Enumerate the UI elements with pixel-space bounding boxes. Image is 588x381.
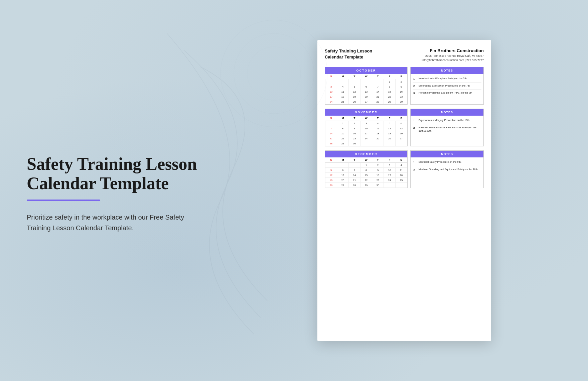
left-panel: Safety Training Lesson Calendar Template… <box>0 128 227 253</box>
right-panel: Safety Training Lesson Calendar Template… <box>227 30 588 351</box>
note-row: 2 Machine Guarding and Equipment Safety … <box>413 166 481 173</box>
note-row: 1 Introduction to Workplace Safety on th… <box>413 75 481 83</box>
november-notes: NOTES 1 Ergonomics and Injury Prevention… <box>410 109 484 146</box>
company-info: Fin Brothers Construction 2106 Tennessee… <box>422 48 484 62</box>
november-notes-body: 1 Ergonomics and Injury Prevention on th… <box>411 116 483 136</box>
december-calendar: DECEMBER SMTWTFS 1234 567891011 12131415… <box>325 150 408 188</box>
title-divider <box>27 200 100 201</box>
october-section: OCTOBER SMTWTFS 12 3456789 1011121314151… <box>325 67 484 105</box>
note-row: 3 Personal Protective Equipment (PPE) on… <box>413 90 481 97</box>
october-calendar: OCTOBER SMTWTFS 12 3456789 1011121314151… <box>325 67 408 105</box>
company-name: Fin Brothers Construction <box>422 48 484 54</box>
document-header: Safety Training Lesson Calendar Template… <box>325 48 484 62</box>
october-notes-header: NOTES <box>411 67 483 74</box>
december-notes-header: NOTES <box>411 151 483 157</box>
note-row: 1 Ergonomics and Injury Prevention on th… <box>413 117 481 124</box>
november-calendar: NOVEMBER SMTWTFS 123456 78910111213 1415… <box>325 109 408 146</box>
document: Safety Training Lesson Calendar Template… <box>317 40 491 341</box>
note-row: 1 Electrical Safety Procedure on the 9th… <box>413 159 481 166</box>
october-notes: NOTES 1 Introduction to Workplace Safety… <box>410 67 484 105</box>
october-notes-body: 1 Introduction to Workplace Safety on th… <box>411 74 483 98</box>
page-description: Prioritize safety in the workplace with … <box>27 212 187 233</box>
december-notes: NOTES 1 Electrical Safety Procedure on t… <box>410 150 484 188</box>
december-notes-body: 1 Electrical Safety Procedure on the 9th… <box>411 157 483 174</box>
november-notes-header: NOTES <box>411 109 483 116</box>
document-title: Safety Training Lesson Calendar Template <box>325 48 372 60</box>
note-row: 2 Emergency Evacuation Procedures on the… <box>413 83 481 90</box>
page-title: Safety Training Lesson Calendar Template <box>27 154 207 193</box>
november-section: NOVEMBER SMTWTFS 123456 78910111213 1415… <box>325 109 484 146</box>
december-header: DECEMBER <box>325 151 407 157</box>
company-address: 2106 Tennessee Avenue Royal Oak, MI 4806… <box>422 54 484 62</box>
note-row: 2 Hazard Communication and Chemical Safe… <box>413 124 481 135</box>
november-header: NOVEMBER <box>325 109 407 116</box>
december-section: DECEMBER SMTWTFS 1234 567891011 12131415… <box>325 150 484 188</box>
october-header: OCTOBER <box>325 67 407 74</box>
